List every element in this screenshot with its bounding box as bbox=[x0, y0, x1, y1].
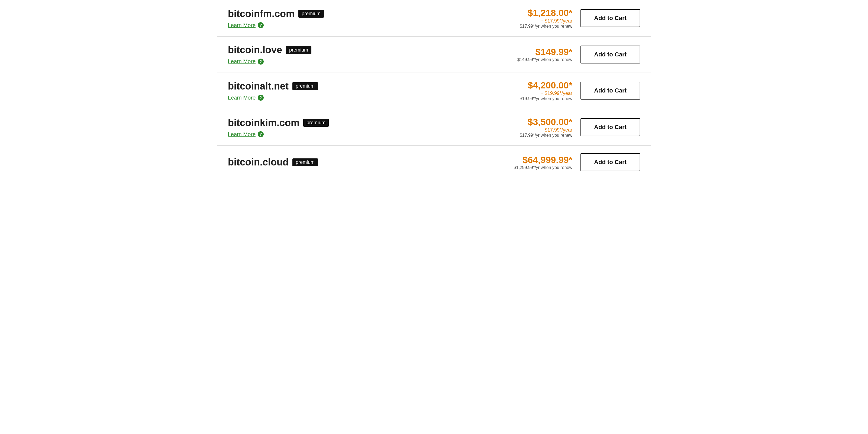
premium-badge-bitcoincloud: premium bbox=[292, 158, 318, 166]
add-to-cart-button-bitcoincloud[interactable]: Add to Cart bbox=[581, 153, 640, 171]
price-renew-bitcoinaltnet: $19.99*/yr when you renew bbox=[520, 96, 572, 101]
premium-badge-bitcoinfm: premium bbox=[299, 10, 324, 18]
learn-more-link-bitcoinkimcom[interactable]: Learn More bbox=[228, 131, 255, 137]
domain-item-bitcoincloud: bitcoin.cloudpremium$64,999.99*$1,299.99… bbox=[217, 146, 651, 179]
domain-name-bitcoinfm: bitcoinfm.com bbox=[228, 8, 294, 20]
domain-left-bitcoinkimcom: bitcoinkim.compremiumLearn More? bbox=[228, 117, 329, 137]
learn-more-link-bitcoinfm[interactable]: Learn More bbox=[228, 22, 255, 29]
price-main-bitcoincloud: $64,999.99* bbox=[514, 155, 572, 165]
domain-name-bitcoinaltnet: bitcoinalt.net bbox=[228, 81, 289, 92]
premium-badge-bitcoinlove: premium bbox=[286, 46, 311, 54]
premium-badge-bitcoinkimcom: premium bbox=[303, 119, 329, 127]
domain-item-bitcoinfm: bitcoinfm.compremiumLearn More?$1,218.00… bbox=[217, 0, 651, 37]
learn-more-row-bitcoinfm: Learn More? bbox=[228, 22, 324, 29]
domain-item-bitcoinaltnet: bitcoinalt.netpremiumLearn More?$4,200.0… bbox=[217, 72, 651, 109]
domain-name-row-bitcoinlove: bitcoin.lovepremium bbox=[228, 44, 311, 56]
domain-name-bitcoincloud: bitcoin.cloud bbox=[228, 156, 289, 168]
domain-name-row-bitcoinaltnet: bitcoinalt.netpremium bbox=[228, 81, 318, 92]
domain-right-bitcoinkimcom: $3,500.00*+ $17.99*/year$17.99*/yr when … bbox=[520, 117, 640, 138]
help-icon-bitcoinkimcom[interactable]: ? bbox=[258, 131, 264, 137]
domain-left-bitcoinaltnet: bitcoinalt.netpremiumLearn More? bbox=[228, 81, 318, 101]
add-to-cart-button-bitcoinkimcom[interactable]: Add to Cart bbox=[581, 118, 640, 136]
add-to-cart-button-bitcoinfm[interactable]: Add to Cart bbox=[581, 9, 640, 27]
price-block-bitcoincloud: $64,999.99*$1,299.99*/yr when you renew bbox=[514, 155, 572, 170]
price-renew-bitcoinlove: $149.99*/yr when you renew bbox=[517, 57, 572, 62]
help-icon-bitcoinlove[interactable]: ? bbox=[258, 59, 264, 65]
price-renew-bitcoinkimcom: $17.99*/yr when you renew bbox=[520, 133, 572, 138]
add-to-cart-button-bitcoinaltnet[interactable]: Add to Cart bbox=[581, 82, 640, 99]
premium-badge-bitcoinaltnet: premium bbox=[292, 82, 318, 90]
domain-list: bitcoinfm.compremiumLearn More?$1,218.00… bbox=[217, 0, 651, 179]
price-block-bitcoinkimcom: $3,500.00*+ $17.99*/year$17.99*/yr when … bbox=[520, 117, 572, 138]
domain-name-row-bitcoinkimcom: bitcoinkim.compremium bbox=[228, 117, 329, 129]
help-icon-bitcoinfm[interactable]: ? bbox=[258, 22, 264, 28]
domain-right-bitcoinaltnet: $4,200.00*+ $19.99*/year$19.99*/yr when … bbox=[520, 80, 640, 101]
price-block-bitcoinaltnet: $4,200.00*+ $19.99*/year$19.99*/yr when … bbox=[520, 80, 572, 101]
domain-name-row-bitcoincloud: bitcoin.cloudpremium bbox=[228, 156, 318, 168]
price-main-bitcoinfm: $1,218.00* bbox=[520, 8, 572, 18]
learn-more-row-bitcoinkimcom: Learn More? bbox=[228, 131, 329, 137]
domain-item-bitcoinkimcom: bitcoinkim.compremiumLearn More?$3,500.0… bbox=[217, 109, 651, 146]
price-main-bitcoinaltnet: $4,200.00* bbox=[520, 80, 572, 91]
domain-right-bitcoincloud: $64,999.99*$1,299.99*/yr when you renewA… bbox=[514, 153, 640, 171]
price-block-bitcoinfm: $1,218.00*+ $17.99*/year$17.99*/yr when … bbox=[520, 8, 572, 29]
domain-right-bitcoinfm: $1,218.00*+ $17.99*/year$17.99*/yr when … bbox=[520, 8, 640, 29]
price-main-bitcoinlove: $149.99* bbox=[517, 46, 572, 57]
learn-more-link-bitcoinaltnet[interactable]: Learn More bbox=[228, 95, 255, 101]
price-per-year-bitcoinaltnet: + $19.99*/year bbox=[520, 91, 572, 96]
price-renew-bitcoincloud: $1,299.99*/yr when you renew bbox=[514, 165, 572, 170]
price-block-bitcoinlove: $149.99*$149.99*/yr when you renew bbox=[517, 46, 572, 62]
domain-name-bitcoinkimcom: bitcoinkim.com bbox=[228, 117, 300, 129]
domain-right-bitcoinlove: $149.99*$149.99*/yr when you renewAdd to… bbox=[517, 45, 640, 63]
domain-item-bitcoinlove: bitcoin.lovepremiumLearn More?$149.99*$1… bbox=[217, 37, 651, 72]
price-renew-bitcoinfm: $17.99*/yr when you renew bbox=[520, 24, 572, 29]
learn-more-row-bitcoinlove: Learn More? bbox=[228, 58, 311, 65]
domain-left-bitcoinfm: bitcoinfm.compremiumLearn More? bbox=[228, 8, 324, 29]
domain-name-bitcoinlove: bitcoin.love bbox=[228, 44, 282, 56]
price-per-year-bitcoinfm: + $17.99*/year bbox=[520, 18, 572, 24]
add-to-cart-button-bitcoinlove[interactable]: Add to Cart bbox=[581, 45, 640, 63]
domain-name-row-bitcoinfm: bitcoinfm.compremium bbox=[228, 8, 324, 20]
price-per-year-bitcoinkimcom: + $17.99*/year bbox=[520, 127, 572, 133]
help-icon-bitcoinaltnet[interactable]: ? bbox=[258, 95, 264, 101]
learn-more-link-bitcoinlove[interactable]: Learn More bbox=[228, 58, 255, 65]
learn-more-row-bitcoinaltnet: Learn More? bbox=[228, 95, 318, 101]
price-main-bitcoinkimcom: $3,500.00* bbox=[520, 117, 572, 127]
domain-left-bitcoincloud: bitcoin.cloudpremium bbox=[228, 156, 318, 168]
domain-left-bitcoinlove: bitcoin.lovepremiumLearn More? bbox=[228, 44, 311, 65]
